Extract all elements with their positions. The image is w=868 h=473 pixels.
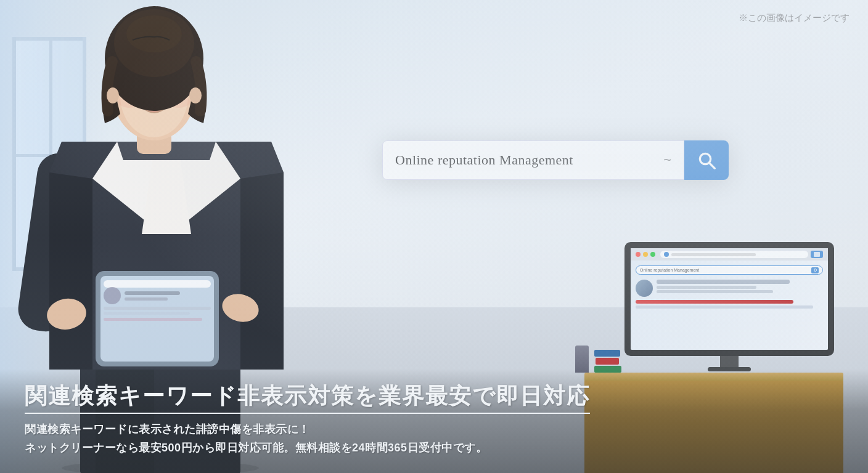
svg-line-33 [710,163,715,169]
search-icon [697,150,716,170]
svg-rect-30 [104,312,190,315]
search-input-box[interactable]: Online reputation Management ~ [382,140,684,180]
hero-section: Online reputation Management [0,0,868,473]
search-tilde: ~ [663,152,671,168]
svg-point-19 [107,87,119,103]
sub-text-line2: ネットクリーナーなら最安500円から即日対応可能。無料相談を24時間365日受付… [25,439,843,458]
svg-rect-28 [125,297,168,301]
sub-text: 関連検索キーワードに表示された誹謗中傷を非表示に！ ネットクリーナーなら最安50… [25,420,843,458]
search-text: Online reputation Management [395,152,656,168]
svg-rect-27 [125,291,180,295]
svg-rect-29 [104,307,211,310]
desk-monitor: Online reputation Management [624,242,834,378]
svg-rect-31 [104,318,202,321]
bottom-text-overlay: 関連検索キーワード非表示対策を業界最安で即日対応 関連検索キーワードに表示された… [0,369,868,473]
svg-rect-25 [104,280,211,288]
image-note: ※この画像はイメージです [739,12,850,24]
svg-point-18 [126,15,182,52]
search-button[interactable] [684,140,729,180]
svg-point-20 [189,87,202,103]
main-headline: 関連検索キーワード非表示対策を業界最安で即日対応 [25,381,590,414]
sub-text-line1: 関連検索キーワードに表示された誹謗中傷を非表示に！ [25,420,843,439]
search-overlay: Online reputation Management ~ [382,140,729,180]
svg-point-26 [104,287,121,304]
